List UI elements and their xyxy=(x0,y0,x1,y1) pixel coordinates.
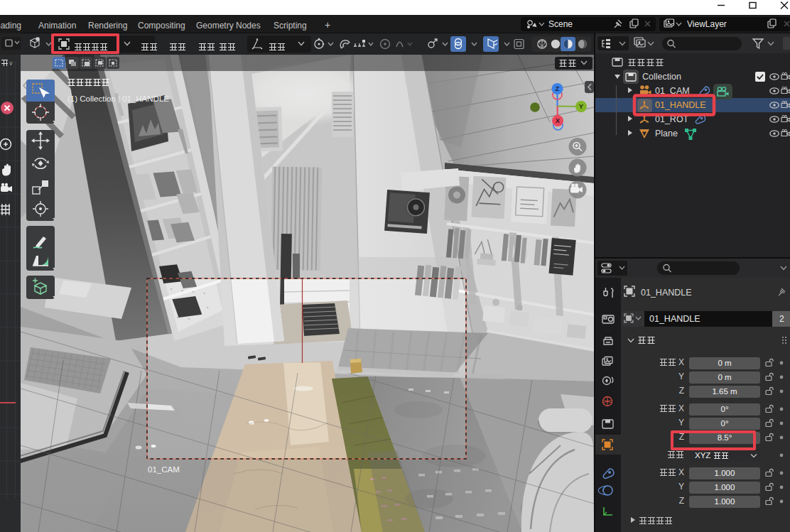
svg-text:X: X xyxy=(556,116,561,124)
svg-text:Z: Z xyxy=(556,85,560,92)
svg-text:Y: Y xyxy=(579,102,584,110)
svg-text:Collection: Collection xyxy=(642,72,681,82)
svg-text:01_CAM: 01_CAM xyxy=(148,465,180,474)
svg-text:01_HANDLE: 01_HANDLE xyxy=(649,314,700,324)
svg-text:2: 2 xyxy=(779,314,784,324)
svg-text:01_HANDLE: 01_HANDLE xyxy=(641,288,692,298)
svg-text:01_HANDLE: 01_HANDLE xyxy=(655,100,706,110)
svg-text:(1) Collection | 01_HANDLE: (1) Collection | 01_HANDLE xyxy=(67,94,169,103)
svg-text:Plane: Plane xyxy=(655,129,678,139)
